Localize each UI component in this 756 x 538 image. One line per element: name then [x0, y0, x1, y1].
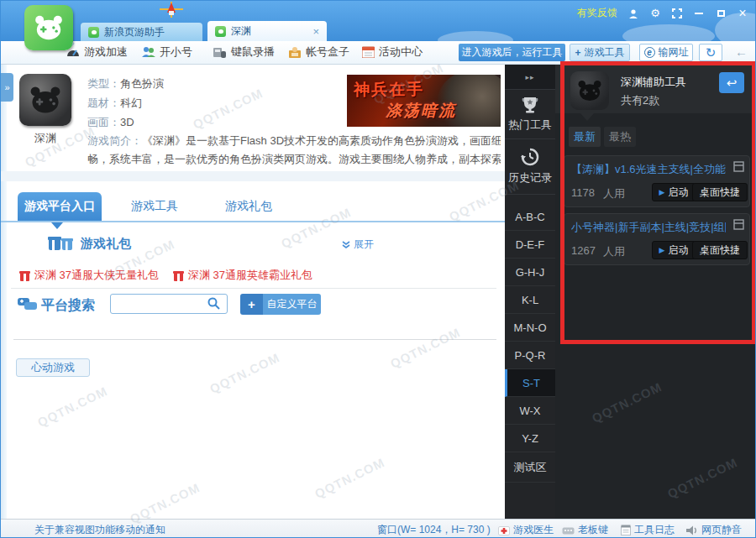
promo-banner[interactable]: 神兵在手 涤荡暗流: [347, 75, 501, 127]
sidebar-item-wx[interactable]: W-X: [505, 397, 555, 425]
expand-gifts-link[interactable]: 展开: [342, 238, 374, 252]
sidebar-item-hot-tools[interactable]: 热门工具: [505, 90, 555, 139]
launch-button[interactable]: ▶ 启动: [652, 183, 696, 201]
desktop-shortcut-button[interactable]: 桌面快捷: [692, 241, 748, 259]
divider: [13, 339, 496, 340]
back-arrow-icon[interactable]: ←: [735, 44, 748, 59]
tab-home[interactable]: 新浪页游助手: [81, 23, 202, 41]
platform-search-title: 平台搜索: [41, 297, 95, 315]
page-mute-item[interactable]: 网页静音: [686, 523, 742, 537]
sidebar-item-test-zone[interactable]: 测试区: [505, 452, 555, 483]
run-tool-button[interactable]: 进入游戏后，运行工具: [459, 44, 565, 61]
two-users-icon: [142, 46, 155, 58]
user-icon[interactable]: [627, 8, 639, 19]
close-icon[interactable]: ×: [737, 8, 748, 19]
gift-section-title: 游戏礼包: [81, 236, 131, 252]
compat-notice-link[interactable]: 关于兼容视图功能移动的通知: [34, 523, 165, 537]
detail-icon[interactable]: [733, 161, 744, 172]
minimize-icon[interactable]: [693, 8, 705, 19]
tab-game-tools[interactable]: 游戏工具: [131, 199, 178, 214]
app-logo[interactable]: [24, 5, 73, 50]
calendar-icon: [362, 46, 375, 58]
toolbar-item-activity-center[interactable]: 活动中心: [362, 44, 423, 60]
toolbar-item-label: 帐号盒子: [306, 44, 349, 60]
gift-link-1[interactable]: 深渊 37通服大侠无量礼包: [19, 268, 159, 283]
panel-tab-newest[interactable]: 最新: [569, 127, 601, 147]
tab-game-gifts[interactable]: 游戏礼包: [225, 199, 272, 214]
gift-boxes-icon: [48, 233, 75, 252]
tab-game[interactable]: 深渊 ×: [207, 21, 327, 41]
sidebar-item-pqr[interactable]: P-Q-R: [505, 342, 555, 369]
sidebar-item-st-active[interactable]: S-T: [505, 369, 555, 397]
expand-panel-button[interactable]: »: [1, 73, 13, 102]
status-item-label: 游戏医生: [513, 523, 554, 537]
launch-label: 启动: [668, 185, 688, 200]
divider: [11, 288, 496, 289]
collapse-sidebar-button[interactable]: ▸▸: [505, 65, 555, 90]
play-icon: ▶: [659, 188, 665, 196]
panel-count: 共有2款: [621, 93, 659, 108]
title-bar: 有奖反馈 ⚙ × 新浪页游助手 深渊 ×: [1, 1, 756, 41]
logo-arrow-icon[interactable]: ›: [71, 38, 75, 48]
tab-close-icon[interactable]: ×: [312, 25, 319, 38]
tool-card-1: 【涛澜】v1.6光速主支线|全功能辅助... 1178 人用 ▶ 启动 桌面快捷: [564, 155, 750, 207]
sidebar-item-label: 历史记录: [508, 170, 552, 185]
status-bar: 关于兼容视图功能移动的通知 窗口(W= 1024，H= 730 ) 游戏医生 老…: [1, 519, 756, 538]
main-content: » 深渊 类型：角色扮演 题材：科幻 画面：3D 神兵在手 涤荡暗流 游戏简介：…: [1, 65, 505, 519]
users-count: 1178: [571, 186, 595, 199]
sidebar-item-yz[interactable]: Y-Z: [505, 425, 555, 452]
browser-e-icon: e: [644, 47, 655, 58]
status-item-label: 网页静音: [701, 523, 742, 537]
toolbar-item-account-box[interactable]: 帐号盒子: [288, 44, 349, 60]
toolbar-item-macro-record[interactable]: 键鼠录播: [213, 44, 275, 60]
game-field-theme: 题材：科幻: [87, 96, 142, 111]
gear-icon[interactable]: ⚙: [649, 8, 661, 19]
boss-key-item[interactable]: 老板键: [562, 523, 608, 537]
app-mini-icon: [215, 26, 226, 37]
search-icon[interactable]: [207, 297, 220, 310]
custom-platform-button[interactable]: + 自定义平台: [240, 294, 321, 315]
alphabet-sidebar: ▸▸ 热门工具 历史记录 A-B-C D-E-F G-H-J K-L M-N-O…: [505, 65, 555, 519]
sidebar-item-mno[interactable]: M-N-O: [505, 314, 555, 342]
game-doctor-item[interactable]: 游戏医生: [498, 523, 554, 537]
sidebar-item-kl[interactable]: K-L: [505, 286, 555, 314]
tab-label: 深渊: [231, 24, 251, 39]
refresh-button[interactable]: ↻: [699, 44, 722, 61]
tool-log-item[interactable]: 工具日志: [621, 523, 675, 537]
left-edge-strip: [1, 65, 7, 519]
sidebar-item-history[interactable]: 历史记录: [505, 139, 555, 195]
sidebar-item-def[interactable]: D-E-F: [505, 231, 555, 259]
sidebar-item-abc[interactable]: A-B-C: [505, 203, 555, 231]
enter-url-button[interactable]: e 输网址: [639, 44, 693, 61]
banner-text-1: 神兵在手: [354, 79, 424, 101]
users-count: 1267: [571, 244, 596, 257]
tool-title-link[interactable]: 小号神器|新手副本|主线|竞技|组队副本: [571, 220, 726, 235]
plus-icon: +: [575, 47, 580, 59]
maximize-icon[interactable]: [715, 8, 727, 19]
sidebar-item-ghj[interactable]: G-H-J: [505, 259, 555, 286]
game-field-type: 类型：角色扮演: [87, 76, 164, 91]
platform-button-xindong[interactable]: 心动游戏: [16, 358, 90, 377]
keyboard-icon: [562, 525, 575, 535]
panel-tab-hottest[interactable]: 最热: [604, 127, 636, 147]
feedback-link[interactable]: 有奖反馈: [577, 6, 617, 20]
tool-title-link[interactable]: 【涛澜】v1.6光速主支线|全功能辅助...: [571, 162, 726, 177]
gift-link-2[interactable]: 深渊 37通服英雄霸业礼包: [173, 268, 312, 283]
notepad-icon: [621, 525, 631, 535]
users-suffix: 人用: [603, 186, 625, 201]
first-aid-icon: [498, 525, 510, 535]
app-window: 有奖反馈 ⚙ × 新浪页游助手 深渊 ×: [0, 0, 756, 538]
history-clock-icon: [521, 148, 539, 166]
section-divider-strip: [1, 171, 505, 181]
chevron-down-double-icon: [342, 241, 350, 249]
fullscreen-icon[interactable]: [671, 8, 683, 19]
detail-icon[interactable]: [733, 219, 744, 230]
tab-platform-entry[interactable]: 游戏平台入口: [18, 192, 102, 221]
desktop-shortcut-button[interactable]: 桌面快捷: [692, 183, 748, 201]
toolbar-item-alt-account[interactable]: 开小号: [142, 44, 192, 60]
game-tools-button[interactable]: + 游戏工具: [570, 44, 630, 61]
panel-back-button[interactable]: ↩: [719, 72, 744, 93]
toolbar-item-speedup[interactable]: 游戏加速: [66, 44, 128, 60]
launch-button[interactable]: ▶ 启动: [652, 241, 696, 259]
status-item-label: 工具日志: [634, 523, 675, 537]
